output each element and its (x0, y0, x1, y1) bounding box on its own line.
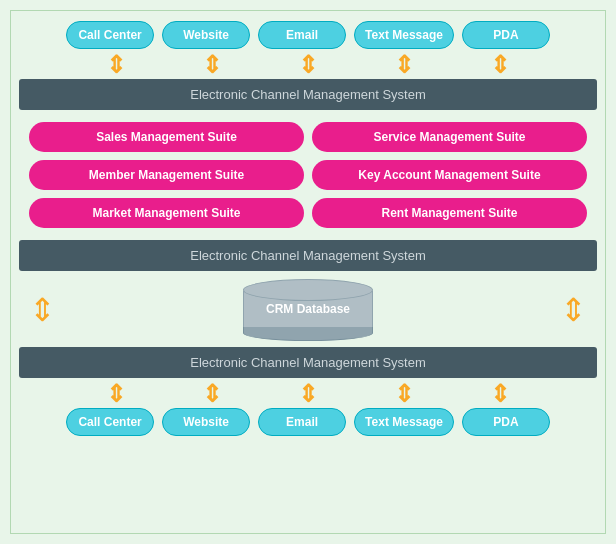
left-middle-arrow: ⇕ (29, 291, 56, 329)
crm-cylinder: CRM Database (243, 279, 373, 341)
top-arrow-row: ⇕ ⇕ ⇕ ⇕ ⇕ (19, 53, 597, 77)
top-channel-row: Call Center Website Email Text Message P… (19, 21, 597, 49)
top-website: Website (162, 21, 250, 49)
right-middle-arrow: ⇕ (560, 291, 587, 329)
middle-section: ⇕ CRM Database ⇕ (19, 275, 597, 345)
crm-bottom (243, 325, 373, 341)
arrow-b3: ⇕ (264, 382, 352, 406)
suite-rent: Rent Management Suite (312, 198, 587, 228)
arrow-5: ⇕ (456, 53, 544, 77)
bottom-call-center: Call Center (66, 408, 154, 436)
top-call-center: Call Center (66, 21, 154, 49)
arrow-b4: ⇕ (360, 382, 448, 406)
arrow-3: ⇕ (264, 53, 352, 77)
arrow-b5: ⇕ (456, 382, 544, 406)
top-pda: PDA (462, 21, 550, 49)
suite-service: Service Management Suite (312, 122, 587, 152)
top-ecms-bar: Electronic Channel Management System (19, 79, 597, 110)
bottom-website: Website (162, 408, 250, 436)
suite-key-account: Key Account Management Suite (312, 160, 587, 190)
bottom-text-message: Text Message (354, 408, 454, 436)
top-text-message: Text Message (354, 21, 454, 49)
suite-sales: Sales Management Suite (29, 122, 304, 152)
bottom-pda: PDA (462, 408, 550, 436)
crm-container: CRM Database (56, 279, 560, 341)
bottom-channel-row: Call Center Website Email Text Message P… (19, 408, 597, 436)
top-email: Email (258, 21, 346, 49)
suite-grid: Sales Management Suite Service Managemen… (19, 114, 597, 236)
bottom-arrow-row: ⇕ ⇕ ⇕ ⇕ ⇕ (19, 382, 597, 406)
suite-market: Market Management Suite (29, 198, 304, 228)
arrow-2: ⇕ (168, 53, 256, 77)
bottom-ecms-bar: Electronic Channel Management System (19, 347, 597, 378)
crm-top (243, 279, 373, 301)
main-container: Call Center Website Email Text Message P… (10, 10, 606, 534)
arrow-4: ⇕ (360, 53, 448, 77)
middle-ecms-bar: Electronic Channel Management System (19, 240, 597, 271)
arrow-1: ⇕ (72, 53, 160, 77)
bottom-email: Email (258, 408, 346, 436)
arrow-b1: ⇕ (72, 382, 160, 406)
arrow-b2: ⇕ (168, 382, 256, 406)
suite-member: Member Management Suite (29, 160, 304, 190)
crm-label: CRM Database (266, 302, 350, 316)
